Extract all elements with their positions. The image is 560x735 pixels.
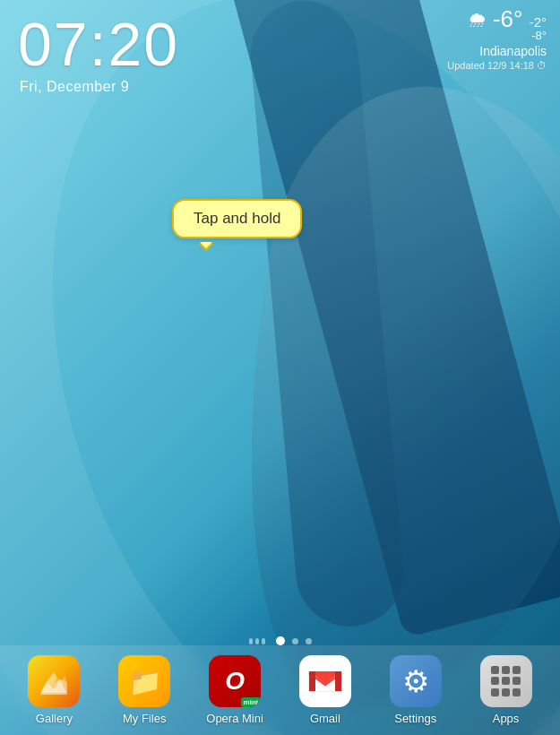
dock-item-settings[interactable]: ⚙ Settings — [375, 655, 456, 725]
apps-dot-6 — [513, 677, 521, 685]
weather-temps: -6° -2° -8° — [493, 7, 547, 42]
page-dot-2 — [292, 638, 298, 644]
tooltip-text: Tap and hold — [194, 210, 280, 227]
apps-dot-9 — [513, 688, 521, 696]
dock: Gallery 📁 My Files O mini Opera Mini — [0, 645, 560, 735]
page-dot-3 — [306, 638, 312, 644]
weather-secondary-temp: -8° — [493, 29, 547, 42]
apps-dot-5 — [502, 677, 510, 685]
myfiles-label: My Files — [123, 712, 166, 725]
wallpaper — [0, 0, 560, 735]
myfiles-icon: 📁 — [118, 655, 170, 707]
apps-dot-8 — [502, 688, 510, 696]
gear-icon: ⚙ — [402, 663, 429, 699]
gallery-icon — [28, 655, 80, 707]
apps-dot-3 — [513, 666, 521, 674]
dock-item-gmail[interactable]: Gmail — [285, 655, 366, 725]
weather-city: Indianapolis — [447, 44, 547, 58]
opera-label: Opera Mini — [206, 712, 263, 725]
apps-label: Apps — [493, 712, 520, 725]
gallery-label: Gallery — [36, 712, 73, 725]
apps-dot-4 — [491, 677, 499, 685]
gmail-label: Gmail — [310, 712, 340, 725]
page-line-2 — [255, 638, 259, 644]
apps-dot-2 — [502, 666, 510, 674]
weather-updated: Updated 12/9 14:18 ⏱ — [447, 60, 547, 71]
weather-widget: 🌨 -6° -2° -8° Indianapolis Updated 12/9 … — [447, 7, 547, 71]
dock-item-apps[interactable]: Apps — [466, 655, 547, 725]
date-display: Fri, December 9 — [20, 79, 129, 95]
page-lines-indicator — [249, 638, 265, 644]
dock-item-gallery[interactable]: Gallery — [13, 655, 94, 725]
opera-icon: O mini — [209, 655, 261, 707]
weather-icon: 🌨 — [468, 9, 487, 32]
status-bar: 07:20 Fri, December 9 🌨 -6° -2° -8° Indi… — [0, 0, 560, 99]
page-line-3 — [262, 638, 265, 644]
time-display: 07:20 — [18, 9, 179, 79]
dock-item-myfiles[interactable]: 📁 My Files — [104, 655, 185, 725]
settings-label: Settings — [394, 712, 436, 725]
weather-main-temp: -6° -2° — [493, 7, 547, 30]
gmail-icon — [299, 655, 351, 707]
page-home-indicator — [276, 636, 285, 645]
settings-icon: ⚙ — [390, 655, 442, 707]
page-line-1 — [249, 638, 253, 644]
apps-grid — [491, 666, 521, 696]
apps-dot-1 — [491, 666, 499, 674]
apps-dot-7 — [491, 688, 499, 696]
opera-mini-badge: mini — [241, 697, 261, 707]
dock-item-opera[interactable]: O mini Opera Mini — [194, 655, 275, 725]
apps-icon — [480, 655, 532, 707]
weather-top: 🌨 -6° -2° -8° — [447, 7, 547, 42]
page-indicators — [249, 636, 312, 645]
tooltip-bubble: Tap and hold — [172, 199, 302, 238]
